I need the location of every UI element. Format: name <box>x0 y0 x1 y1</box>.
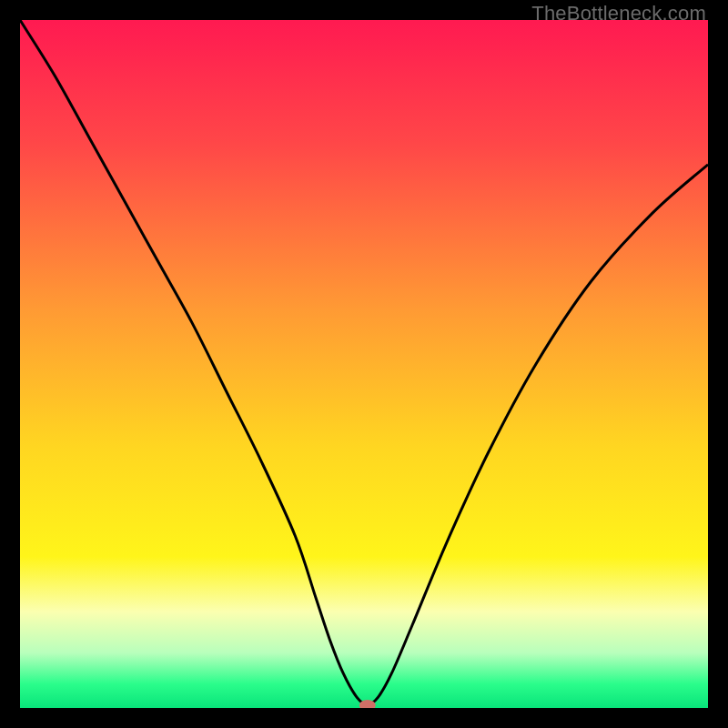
chart-frame <box>20 20 708 708</box>
gradient-background <box>20 20 708 708</box>
watermark-text: TheBottleneck.com <box>531 2 706 25</box>
bottleneck-chart <box>20 20 708 708</box>
